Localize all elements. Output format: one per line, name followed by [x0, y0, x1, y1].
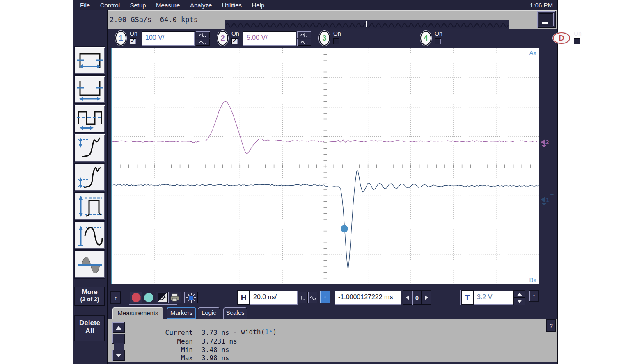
minus-width-icon	[77, 79, 103, 101]
menu-analyze[interactable]: Analyze	[186, 0, 216, 10]
trigger-level-up-button[interactable]	[514, 291, 525, 298]
channel-2-coupling-sine-button[interactable]	[297, 39, 311, 46]
acquisition-preview-bar[interactable]	[225, 20, 509, 29]
oscilloscope-window: File Control Setup Measure Analyze Utili…	[73, 0, 557, 364]
peak-peak-icon	[77, 195, 103, 218]
peak-peak-button[interactable]	[75, 193, 105, 220]
waveform-display[interactable]: Ax Bx	[112, 48, 539, 284]
channel-3-on-label: On	[333, 30, 341, 37]
channel-3-on-checkbox[interactable]	[333, 38, 339, 44]
trigger-level-field[interactable]: 3.2 V	[474, 291, 513, 305]
up-triangle-icon	[116, 326, 121, 330]
channel-2-on-checkbox[interactable]: ✓	[231, 38, 238, 44]
measurements-scroll-down-button[interactable]	[112, 350, 124, 361]
more-measurements-button[interactable]: More (2 of 2)	[75, 287, 105, 306]
acquisition-status: 2.00 GSa/s 64.0 kpts	[110, 16, 198, 24]
pulse-icon	[301, 295, 306, 300]
tab-logic[interactable]: Logic	[198, 307, 220, 318]
position-increment-button[interactable]	[422, 291, 431, 305]
channel-4-on-label: On	[435, 30, 442, 37]
channel-2-coupling-ac-button[interactable]	[297, 31, 311, 38]
help-button[interactable]: ?	[547, 320, 556, 331]
delete-all-button[interactable]: Delete All	[75, 316, 105, 341]
horizontal-button[interactable]: H	[238, 291, 249, 304]
print-button[interactable]	[168, 292, 181, 303]
channel-1-scale-field[interactable]: 100 V/	[142, 31, 195, 46]
measurement-row-label: Mean	[127, 337, 193, 346]
down-triangle-icon	[517, 300, 522, 303]
measurements-scroll-thumb[interactable]	[112, 334, 124, 343]
screen-capture-button[interactable]	[156, 292, 168, 303]
plus-width-button[interactable]	[75, 47, 105, 74]
menu-help[interactable]: Help	[248, 0, 269, 10]
measurement-row-label: Max	[127, 354, 193, 363]
timebase-field[interactable]: 20.0 ns/	[250, 291, 298, 305]
up-arrow-icon: ↑	[533, 293, 536, 299]
area-icon	[77, 253, 103, 276]
channel-1-on-checkbox[interactable]: ✓	[130, 38, 136, 44]
period-button[interactable]	[75, 105, 105, 132]
scroll-up-button-left[interactable]: ↑	[111, 292, 121, 303]
rise-preshoot-icon	[77, 165, 103, 189]
period-icon	[77, 108, 103, 130]
channel-4-button[interactable]: 4	[420, 31, 431, 46]
minus-width-button[interactable]	[75, 76, 105, 103]
preview-position-marker[interactable]	[366, 21, 367, 27]
menu-file[interactable]: File	[76, 0, 94, 10]
screen: File Control Setup Measure Analyze Utili…	[0, 0, 630, 364]
trigger-level-down-button[interactable]	[514, 298, 525, 305]
digital-channels-button[interactable]: D	[553, 32, 570, 44]
menu-measure[interactable]: Measure	[152, 0, 184, 10]
status-strip: 2.00 GSa/s 64.0 kpts	[108, 10, 557, 29]
stop-icon	[132, 293, 141, 302]
channel-2-ground-marker[interactable]: 2	[541, 138, 555, 150]
area-button[interactable]	[75, 251, 105, 278]
trigger-button[interactable]: T	[462, 291, 473, 304]
trigger-scroll-up-button[interactable]: ↑	[529, 291, 538, 301]
measurements-panel: - width(1•) Current 3.73 ns Mean 3.7231 …	[108, 319, 557, 362]
menu-setup[interactable]: Setup	[126, 0, 150, 10]
rise-preshoot-button[interactable]	[75, 164, 105, 191]
channel-3-button[interactable]: 3	[319, 31, 330, 46]
menu-utilities[interactable]: Utilities	[218, 0, 246, 10]
channel-2-button[interactable]: 2	[217, 31, 228, 46]
right-arrow-icon	[425, 295, 428, 300]
maximum-button[interactable]	[75, 222, 105, 249]
tab-markers[interactable]: Markers	[167, 307, 196, 318]
position-zero-button[interactable]: 0	[412, 291, 422, 305]
ac-wave-icon	[199, 33, 206, 37]
stop-button[interactable]	[130, 292, 142, 303]
channel-2-scale-field[interactable]: 5.00 V/	[243, 31, 296, 46]
channel-1-coupling-ac-button[interactable]	[196, 31, 210, 38]
channel-1-on-label: On	[130, 30, 137, 37]
measurements-scroll-up-button[interactable]	[112, 322, 124, 333]
menu-control[interactable]: Control	[96, 0, 124, 10]
horizontal-position-field[interactable]: -1.0000127222 ms	[335, 291, 401, 305]
channel-4-on-checkbox[interactable]	[435, 38, 441, 44]
run-button[interactable]	[143, 292, 155, 303]
digital-on-checkbox[interactable]	[574, 38, 580, 44]
display-brightness-button[interactable]	[184, 292, 198, 303]
clock: 1:06 PM	[530, 2, 553, 9]
horizontal-sine-button[interactable]	[308, 292, 317, 303]
minimize-button[interactable]	[537, 11, 555, 28]
channel-1-coupling-sine-button[interactable]	[196, 39, 210, 46]
position-decrement-button[interactable]	[403, 291, 412, 305]
up-arrow-icon: ↑	[114, 294, 117, 301]
measurement-row-label: Min	[127, 346, 193, 355]
fall-overshoot-button[interactable]	[75, 134, 105, 162]
sine-wave-icon	[300, 40, 308, 44]
menu-bar: File Control Setup Measure Analyze Utili…	[73, 0, 557, 10]
channel-1-button[interactable]: 1	[115, 31, 126, 46]
printer-icon	[170, 293, 180, 302]
run-icon	[144, 293, 153, 302]
channel-1-ground-trigger-marker[interactable]: 1 T	[541, 195, 557, 207]
down-triangle-icon	[116, 354, 121, 357]
minimize-icon	[542, 22, 548, 24]
horizontal-scroll-up-button[interactable]: ↑	[320, 291, 330, 303]
tab-measurements[interactable]: Measurements	[112, 307, 163, 319]
horizontal-mode-button[interactable]	[299, 292, 308, 303]
axis-label-bx: Bx	[529, 276, 536, 283]
tab-scales[interactable]: Scales	[223, 307, 247, 318]
measurements-scroll-track[interactable]	[114, 343, 124, 350]
